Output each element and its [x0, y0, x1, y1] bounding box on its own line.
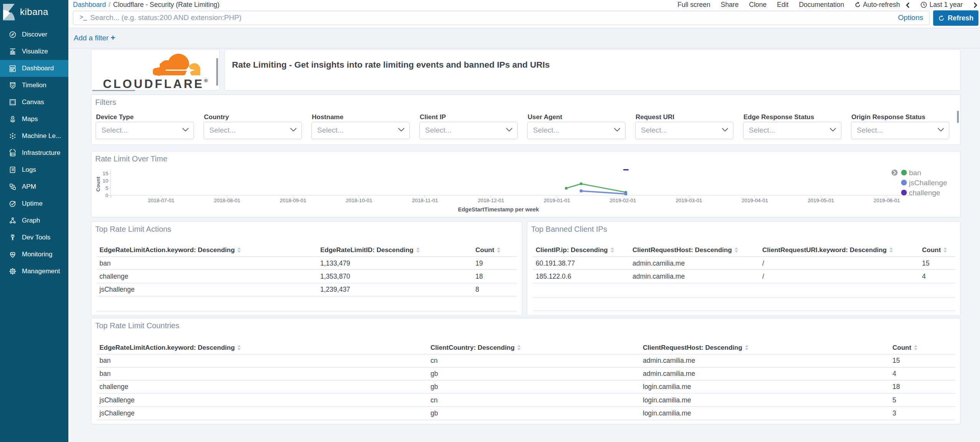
svg-text:2018-08-01: 2018-08-01: [214, 198, 240, 203]
svg-text:jsChallenge: jsChallenge: [909, 179, 947, 187]
svg-text:2018-11-01: 2018-11-01: [412, 198, 438, 203]
svg-text:2018-10-01: 2018-10-01: [346, 198, 372, 203]
svg-text:2018-09-01: 2018-09-01: [280, 198, 306, 203]
svg-text:challenge: challenge: [909, 189, 940, 197]
svg-text:5: 5: [105, 185, 108, 191]
svg-text:0: 0: [105, 193, 108, 198]
svg-text:ban: ban: [909, 169, 921, 177]
svg-text:15: 15: [103, 171, 108, 176]
svg-text:2019-03-01: 2019-03-01: [675, 198, 702, 203]
svg-text:2019-01-01: 2019-01-01: [544, 198, 570, 203]
svg-text:2019-02-01: 2019-02-01: [610, 198, 636, 203]
svg-text:Count: Count: [95, 176, 101, 191]
svg-text:2019-06-01: 2019-06-01: [874, 198, 900, 203]
svg-text:2018-12-01: 2018-12-01: [478, 198, 504, 203]
svg-text:10: 10: [103, 178, 108, 184]
svg-text:2019-04-01: 2019-04-01: [742, 198, 768, 203]
svg-text:2019-05-01: 2019-05-01: [808, 198, 834, 203]
svg-text:EdgeStartTimestamp per week: EdgeStartTimestamp per week: [458, 206, 540, 213]
svg-text:2018-07-01: 2018-07-01: [148, 198, 174, 203]
